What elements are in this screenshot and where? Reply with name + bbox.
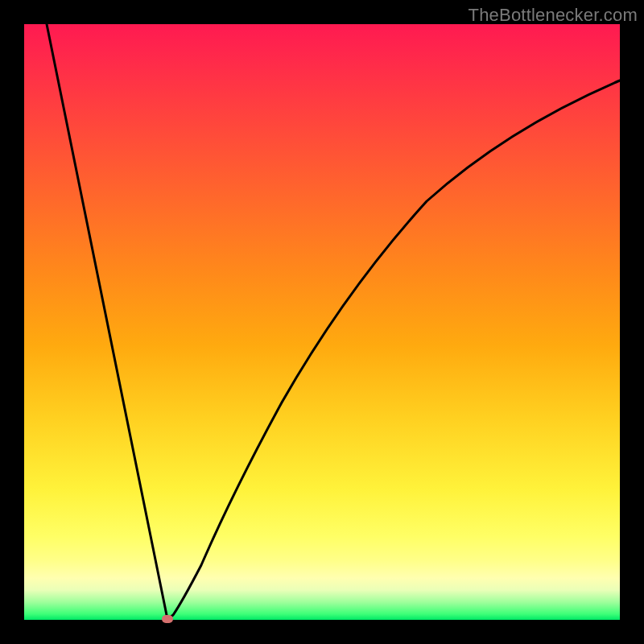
chart-frame: TheBottlenecker.com [0,0,644,644]
watermark-text: TheBottlenecker.com [469,5,638,26]
bottleneck-curve [47,24,620,619]
plot-area [24,24,620,620]
curve-layer [24,24,620,620]
optimum-marker [162,615,173,623]
